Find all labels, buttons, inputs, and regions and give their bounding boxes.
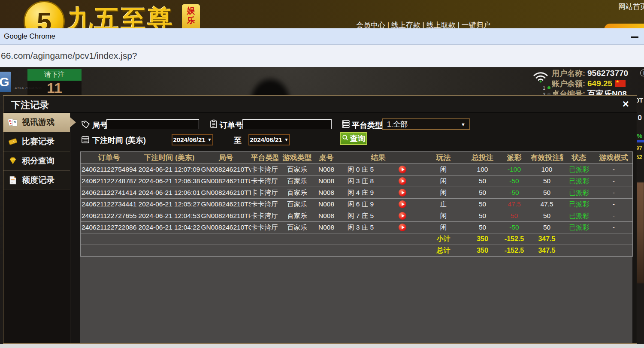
replay-play-icon[interactable] bbox=[399, 200, 406, 208]
asia-gaming-logo: G bbox=[0, 72, 11, 92]
cell-payout: 50 bbox=[498, 210, 531, 222]
cell-empty bbox=[138, 233, 201, 245]
cell-game-mode: - bbox=[595, 222, 633, 233]
badge-char: 娱 bbox=[187, 6, 195, 15]
cell-empty bbox=[385, 245, 420, 257]
seat-status-dot bbox=[547, 86, 550, 89]
cell-order: 240621122754894 bbox=[81, 164, 138, 176]
cell-valid-bet: 50 bbox=[531, 187, 563, 199]
banner-cta-button[interactable] bbox=[604, 24, 644, 28]
cell-replay bbox=[385, 164, 420, 176]
limit-fragment: 0 bbox=[638, 114, 642, 122]
minimize-icon[interactable] bbox=[631, 36, 638, 38]
cell-game-mode: - bbox=[595, 164, 633, 176]
cell-round: GN008246210TS bbox=[201, 199, 251, 210]
col-header-result: 结果 bbox=[337, 152, 420, 164]
replay-play-icon[interactable] bbox=[399, 189, 406, 197]
date-to-label: 至 bbox=[234, 135, 242, 145]
col-header-platform: 平台类型 bbox=[251, 152, 278, 164]
cell-status: 已派彩 bbox=[563, 222, 595, 233]
sidebar-item-quota-records[interactable]: 额度记录 bbox=[3, 171, 70, 190]
replay-play-icon[interactable] bbox=[399, 166, 406, 173]
chevron-down-icon: ▼ bbox=[208, 137, 212, 142]
brand-badge: 娱 乐 bbox=[182, 4, 200, 28]
cell-playtype: 闲 bbox=[420, 164, 467, 176]
chrome-url-bar[interactable]: 66.com/agingame/pcv1/index.jsp? bbox=[0, 45, 644, 67]
cell-round: GN008246210TU bbox=[201, 176, 251, 187]
platform-select-value: 1.全部 bbox=[387, 119, 408, 129]
countdown-number: 11 bbox=[27, 81, 82, 96]
replay-play-icon[interactable] bbox=[399, 224, 406, 231]
round-input[interactable] bbox=[106, 119, 199, 129]
col-header-valid-bet: 有效投注额 bbox=[531, 152, 563, 164]
date-from-select[interactable]: 2024/06/21 ▼ bbox=[172, 134, 213, 145]
round-filter-label: 局号 bbox=[92, 120, 108, 130]
clipboard-icon bbox=[209, 119, 218, 129]
col-header-game-mode: 游戏模式 bbox=[595, 152, 633, 164]
cell-game-type: 百家乐 bbox=[278, 210, 316, 222]
replay-play-icon[interactable] bbox=[399, 212, 406, 220]
query-button[interactable]: 查询 bbox=[340, 132, 367, 145]
cell-payout: -152.5 bbox=[498, 245, 531, 257]
date-to-select[interactable]: 2024/06/21 ▼ bbox=[248, 134, 290, 145]
platform-select[interactable]: 1.全部 ▼ bbox=[382, 118, 470, 130]
ag-letter: G bbox=[0, 75, 9, 89]
member-nav-links[interactable]: 会员中心 | 线上存款 | 线上取款 | 一键归户 bbox=[356, 20, 491, 28]
document-icon bbox=[8, 175, 18, 185]
col-header-order: 订单号 bbox=[81, 152, 138, 164]
date-to-value: 2024/06/21 bbox=[250, 136, 282, 143]
cell-table: N008 bbox=[316, 199, 337, 210]
cell-valid-bet: 50 bbox=[531, 210, 563, 222]
cell-valid-bet: 50 bbox=[531, 176, 563, 187]
order-filter-label: 订单号 bbox=[220, 120, 243, 130]
sidebar-item-label: 比赛记录 bbox=[22, 136, 54, 147]
bet-records-modal: 下注记录 × K ♥ 9 视讯游戏 bbox=[3, 95, 637, 344]
calendar-icon bbox=[81, 135, 90, 144]
bet-countdown-box: 请下注 11 bbox=[27, 69, 82, 96]
cell-table: N008 bbox=[316, 187, 337, 199]
home-link[interactable]: 网站首页 bbox=[618, 2, 644, 12]
col-header-game-type: 游戏类型 bbox=[278, 152, 316, 164]
info-icon[interactable]: i bbox=[640, 70, 644, 76]
cell-empty bbox=[251, 245, 278, 257]
url-text[interactable]: 66.com/agingame/pcv1/index.jsp? bbox=[1, 51, 137, 61]
cell-payout: -50 bbox=[498, 222, 531, 233]
cell-game-mode: - bbox=[595, 199, 633, 210]
cell-valid-bet: 50 bbox=[531, 222, 563, 233]
cell-empty bbox=[316, 233, 337, 245]
cell-empty bbox=[201, 245, 251, 257]
sidebar-item-match-records[interactable]: 比赛记录 bbox=[3, 132, 70, 151]
cell-status: 已派彩 bbox=[563, 176, 595, 187]
modal-sidebar: K ♥ 9 视讯游戏 比赛记录 bbox=[3, 113, 70, 343]
cell-round: GN008246210TQ bbox=[201, 222, 251, 233]
cell-result: 闲 7 庄 5 bbox=[337, 210, 385, 222]
cell-round: GN008246210TT bbox=[201, 187, 251, 199]
cell-total-bet: 100 bbox=[467, 164, 498, 176]
diamond-icon bbox=[8, 156, 18, 166]
sidebar-item-points-query[interactable]: 积分查询 bbox=[3, 151, 70, 171]
cell-payout: -50 bbox=[498, 187, 531, 199]
cell-empty bbox=[278, 245, 316, 257]
cell-replay bbox=[385, 222, 420, 233]
tag-icon bbox=[81, 120, 91, 129]
close-icon[interactable]: × bbox=[623, 98, 629, 109]
cell-platform: 卡卡湾厅 bbox=[251, 164, 278, 176]
cell-order: 240621122722086 bbox=[81, 222, 138, 233]
brand-banner: 5 九五至尊 娱 乐 会员中心 | 线上存款 | 线上取款 | 一键归户 网站首… bbox=[0, 0, 644, 28]
sidebar-item-video-games[interactable]: K ♥ 9 视讯游戏 bbox=[3, 113, 70, 132]
percent-fragment: % bbox=[637, 133, 642, 139]
cell-empty bbox=[563, 233, 595, 245]
order-input[interactable] bbox=[242, 119, 332, 129]
cell-platform: 卡卡湾厅 bbox=[251, 210, 278, 222]
table-row: 2406211227487872024-06-21 12:06:38GN0082… bbox=[81, 176, 633, 187]
cell-time: 2024-06-21 12:07:09 bbox=[138, 164, 201, 176]
cell-table: N008 bbox=[316, 222, 337, 233]
cell-total-bet: 350 bbox=[467, 233, 498, 245]
cell-order: 240621122741414 bbox=[81, 187, 138, 199]
wifi-icon bbox=[532, 71, 549, 85]
user-name-value: 956273770 bbox=[587, 69, 628, 78]
cell-empty bbox=[595, 233, 633, 245]
cell-round: GN008246210TR bbox=[201, 210, 251, 222]
replay-play-icon[interactable] bbox=[399, 177, 406, 185]
bet-table-body: 2406211227548942024-06-21 12:07:09GN0082… bbox=[81, 164, 633, 257]
